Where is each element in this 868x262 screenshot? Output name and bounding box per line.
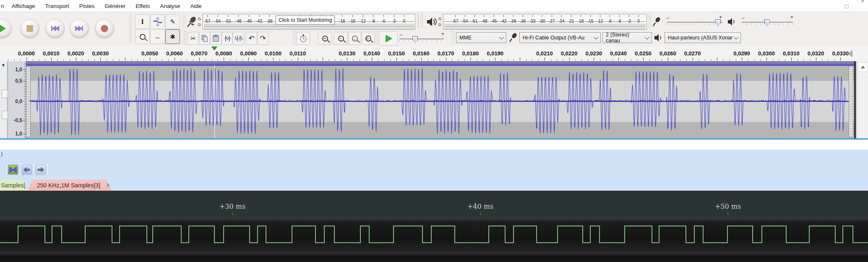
silence-audio-button[interactable] [233, 32, 244, 45]
trim-audio-button[interactable] [222, 32, 233, 45]
silence-icon [235, 35, 242, 42]
menu-item-clipped[interactable]: n [0, 3, 7, 9]
audio-host-select[interactable]: MME [456, 32, 506, 43]
tools-toolbar-grip[interactable] [129, 14, 132, 44]
ruler-minor-tick [699, 59, 699, 61]
close-window-icon[interactable]: ✕ [861, 0, 865, 4]
zoom-fit-button-dsview[interactable] [8, 164, 18, 175]
magnifier-icon [140, 34, 146, 40]
menu-generer[interactable]: Générer [100, 3, 131, 9]
playback-meter[interactable]: -57-54-51-48-45-42-39-36-33-30-27-24-21-… [443, 14, 647, 30]
ruler-minor-tick [514, 59, 514, 61]
zoom-selection-button[interactable]: ↔ [348, 32, 361, 45]
meter-tick [228, 15, 228, 17]
zoom-tool-button[interactable] [135, 29, 150, 44]
track-menu-icon[interactable]: ▼ [1, 63, 5, 67]
draw-tool-button[interactable]: ✎ [165, 14, 180, 29]
track-slider-fragment[interactable] [2, 111, 8, 119]
meter-scale-label: -42 [256, 19, 262, 23]
speaker-caret-icon: ▾ [430, 22, 432, 26]
ruler-time-label: 0,0020 [68, 50, 84, 57]
paste-button[interactable] [210, 32, 222, 45]
logic-view[interactable]: +30 ms↓+40 ms↓+50 ms↓ [0, 191, 868, 262]
mixer-toolbar-grip[interactable] [649, 14, 652, 29]
timeshift-tool-button[interactable]: ↔ [150, 29, 165, 44]
edit-toolbar-grip[interactable] [184, 31, 187, 44]
meter-tick [207, 15, 208, 17]
menu-pistes[interactable]: Pistes [74, 3, 100, 9]
ruler-minor-tick [230, 59, 230, 61]
menu-analyse[interactable]: Analyse [155, 3, 185, 9]
record-meter-mic-icon[interactable]: ▾ [186, 16, 197, 28]
waveform-canvas[interactable] [29, 65, 849, 138]
recording-channels-select[interactable]: 2 (Stereo) canau [602, 32, 652, 43]
logic-channel-row[interactable] [0, 217, 868, 252]
scroll-up-button[interactable] [858, 62, 868, 72]
session-tab-active[interactable]: 250 KHz,1M Samples[3] ✕ [28, 179, 112, 191]
ruler-major-tick [693, 57, 693, 61]
ruler-major-tick [396, 57, 397, 61]
ruler-minor-tick [45, 59, 45, 61]
timer-toolbar-grip[interactable] [293, 31, 296, 44]
meter-tick [610, 15, 610, 17]
meter-scale-label: -30 [539, 19, 545, 23]
play-speed-slider[interactable] [399, 39, 444, 39]
ruler-minor-tick [88, 59, 89, 61]
vertical-scrollbar[interactable] [857, 61, 868, 138]
meter-scale-label: 0 [637, 19, 640, 23]
multi-tool-button[interactable]: ✱ [165, 29, 180, 44]
play-at-speed-button[interactable] [379, 31, 398, 46]
menu-effets[interactable]: Effets [130, 3, 155, 9]
skip-start-button[interactable] [45, 19, 65, 38]
ruler-minor-tick [754, 59, 755, 61]
prev-button[interactable] [21, 164, 32, 175]
maximize-icon[interactable]: ▢ [845, 3, 849, 9]
vruler-tick [24, 127, 26, 127]
record-button[interactable] [95, 19, 114, 38]
ruler-minor-tick [501, 59, 502, 61]
copy-button[interactable] [199, 32, 210, 45]
playhead-marker[interactable] [211, 47, 217, 50]
skip-end-button[interactable] [70, 19, 89, 38]
device-toolbar-grip[interactable] [452, 31, 455, 44]
playback-meter-grip[interactable] [420, 14, 423, 29]
play-at-speed-grip[interactable] [375, 31, 378, 44]
track-control-panel[interactable]: ▼ [0, 61, 8, 138]
recording-meter-grip[interactable] [183, 14, 186, 29]
ruler-major-tick [569, 57, 570, 61]
zoom-fit-button[interactable]: ⊢ [362, 32, 375, 45]
cut-button[interactable]: ✂ [188, 32, 199, 45]
track-slider-fragment[interactable] [2, 90, 8, 98]
meter-tick [600, 15, 600, 17]
envelope-tool-button[interactable] [150, 14, 165, 29]
meter-tick [581, 15, 581, 17]
selection-tool-button[interactable]: I [135, 14, 150, 29]
clip-right-grabber[interactable] [849, 66, 853, 137]
redo-button[interactable]: ↷ [257, 32, 268, 45]
play-meter-speaker-icon[interactable]: ▾ [426, 17, 437, 29]
ruler-minor-tick [193, 59, 193, 61]
ruler-time-label: 0,0230 [586, 50, 602, 57]
ruler-minor-tick [736, 59, 736, 61]
undo-button[interactable]: ↶ [246, 32, 257, 45]
stop-button[interactable] [20, 19, 39, 38]
next-button[interactable] [35, 164, 46, 175]
menu-aide[interactable]: Aide [185, 3, 206, 9]
zoom-out-button[interactable]: − [334, 32, 348, 45]
zoom-in-button[interactable]: + [318, 32, 332, 45]
play-button[interactable] [0, 19, 12, 38]
session-tab-inactive[interactable]: Samples[... [0, 179, 29, 191]
recording-device-select[interactable]: Hi-Fi Cable Output (VB-Au [519, 32, 601, 43]
timeline-ruler[interactable]: 0,00000,00100,00200,00300,00500,00600,00… [0, 46, 868, 62]
chevron-down-icon [645, 35, 649, 39]
skip-start-icon [51, 25, 59, 32]
menu-affichage[interactable]: Affichage [7, 3, 40, 9]
tab-close-icon[interactable]: ✕ [106, 182, 111, 188]
recording-volume-slider[interactable] [667, 22, 722, 23]
ruler-minor-tick [378, 59, 378, 61]
menu-transport[interactable]: Transport [40, 3, 74, 9]
stopwatch-button[interactable] [296, 32, 310, 45]
ruler-minor-tick [267, 59, 267, 61]
track-vertical-ruler[interactable]: 1,00,50,0-0,51,0 [8, 61, 26, 138]
playback-device-select[interactable]: Haut-parleurs (ASUS Xonar [665, 32, 741, 43]
